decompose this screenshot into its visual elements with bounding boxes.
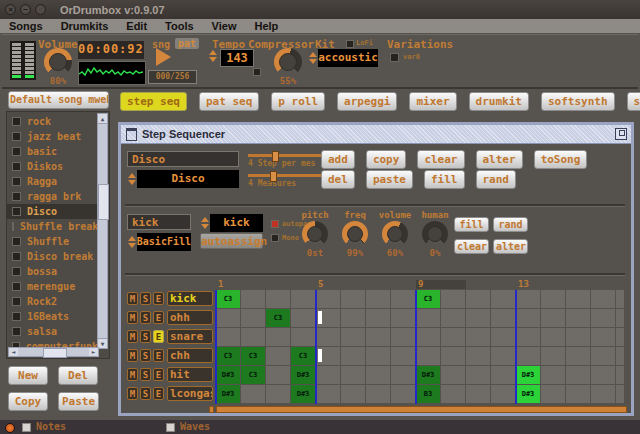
- scroll-left-icon[interactable]: ◄: [9, 348, 18, 356]
- del-button[interactable]: Del: [58, 366, 98, 385]
- pattern-item-checkbox[interactable]: [12, 222, 14, 231]
- paste-button[interactable]: Paste: [58, 392, 99, 411]
- pattern-item-checkbox[interactable]: [12, 237, 21, 246]
- grid-cell[interactable]: [266, 347, 290, 365]
- sound-combo[interactable]: kick: [200, 214, 263, 232]
- grid-cell[interactable]: [466, 385, 490, 403]
- grid-cell[interactable]: [241, 290, 265, 308]
- grid-cell[interactable]: [341, 366, 365, 384]
- play-button[interactable]: [156, 48, 171, 66]
- grid-cell[interactable]: D#3: [216, 366, 240, 384]
- grid-cell[interactable]: [291, 290, 315, 308]
- grid-cell[interactable]: [241, 385, 265, 403]
- pattern-list-item[interactable]: 16Beats: [7, 309, 98, 324]
- grid-cell[interactable]: [441, 385, 465, 403]
- grid-cell[interactable]: D#3: [416, 366, 440, 384]
- pattern-list-item[interactable]: Disco: [7, 204, 98, 219]
- grid-cell[interactable]: [416, 328, 440, 346]
- pattern-tosong-button[interactable]: toSong: [534, 150, 588, 169]
- pattern-list-item[interactable]: rock: [7, 114, 98, 129]
- grid-cell[interactable]: [541, 328, 565, 346]
- hit-m-button[interactable]: M: [127, 368, 138, 381]
- grid-cell[interactable]: [466, 366, 490, 384]
- close-button[interactable]: ×: [5, 4, 16, 15]
- kick-e-button[interactable]: E: [153, 292, 164, 305]
- grid-cell[interactable]: [366, 309, 390, 327]
- tab-softsynth[interactable]: softsynth: [541, 92, 615, 111]
- grid-cell[interactable]: [341, 309, 365, 327]
- pattern-item-checkbox[interactable]: [12, 267, 21, 276]
- grid-cell[interactable]: [566, 290, 590, 308]
- grid-cell[interactable]: [566, 328, 590, 346]
- track-name-snare[interactable]: snare: [167, 329, 213, 344]
- grid-cell[interactable]: [591, 328, 615, 346]
- grid-cell[interactable]: [516, 309, 540, 327]
- grid-cell[interactable]: [341, 347, 365, 365]
- grid-cell[interactable]: [341, 290, 365, 308]
- vscroll-thumb[interactable]: [98, 184, 109, 220]
- waves-checkbox[interactable]: [166, 423, 175, 432]
- pitch-knob[interactable]: [302, 221, 328, 247]
- pattern-list-item[interactable]: jazz beat: [7, 129, 98, 144]
- grid-cell[interactable]: [441, 347, 465, 365]
- compressor-knob[interactable]: [274, 48, 302, 76]
- pattern-list-item[interactable]: Disco break: [7, 249, 98, 264]
- pattern-combo-value[interactable]: Disco: [137, 170, 239, 188]
- pattern-copy-button[interactable]: copy: [366, 150, 407, 169]
- pattern-list-item[interactable]: salsa: [7, 324, 98, 339]
- pattern-alter-button[interactable]: alter: [476, 150, 523, 169]
- grid-cell[interactable]: [616, 385, 624, 403]
- fill-combo[interactable]: BasicFill: [127, 233, 191, 251]
- grid-cell[interactable]: D#3: [516, 385, 540, 403]
- pattern-combo[interactable]: Disco: [127, 170, 239, 188]
- chh-m-button[interactable]: M: [127, 349, 138, 362]
- grid-cell[interactable]: C3: [241, 347, 265, 365]
- track-name-kick[interactable]: kick: [167, 291, 213, 306]
- pattern-item-checkbox[interactable]: [12, 132, 21, 141]
- snare-m-button[interactable]: M: [127, 330, 138, 343]
- grid-cell[interactable]: [516, 290, 540, 308]
- grid-cell[interactable]: C3: [416, 290, 440, 308]
- grid-cell[interactable]: [466, 290, 490, 308]
- grid-cell[interactable]: [516, 328, 540, 346]
- kit-value[interactable]: accoustic: [318, 49, 378, 67]
- grid-cell[interactable]: [366, 366, 390, 384]
- pattern-item-checkbox[interactable]: [12, 147, 21, 156]
- maximize-button[interactable]: ▫: [35, 4, 46, 15]
- song-select-button[interactable]: Default song mweb: [8, 91, 109, 109]
- lofi-checkbox[interactable]: [346, 40, 354, 48]
- grid-cell[interactable]: [316, 385, 340, 403]
- grid-cell[interactable]: [391, 290, 415, 308]
- grid-cell[interactable]: [241, 328, 265, 346]
- grid-cell[interactable]: [266, 366, 290, 384]
- grid-cell[interactable]: [566, 385, 590, 403]
- grid-cell[interactable]: C3: [266, 309, 290, 327]
- grid-cell[interactable]: [391, 309, 415, 327]
- hit-e-button[interactable]: E: [153, 368, 164, 381]
- menu-drumkits[interactable]: Drumkits: [52, 20, 118, 32]
- track-fill-button[interactable]: fill: [454, 217, 489, 232]
- grid-cell[interactable]: [441, 290, 465, 308]
- pattern-item-checkbox[interactable]: [12, 297, 21, 306]
- pattern-list-vscrollbar[interactable]: ▲ ▼: [97, 113, 108, 349]
- ohh-m-button[interactable]: M: [127, 311, 138, 324]
- pattern-item-checkbox[interactable]: [12, 192, 21, 201]
- hit-s-button[interactable]: S: [140, 368, 151, 381]
- pattern-item-checkbox[interactable]: [12, 282, 21, 291]
- menu-songs[interactable]: Songs: [0, 20, 52, 32]
- tab-mixer[interactable]: mixer: [409, 92, 456, 111]
- grid-cell[interactable]: [491, 309, 515, 327]
- grid-cell[interactable]: [291, 309, 315, 327]
- track-rand-button[interactable]: rand: [493, 217, 528, 232]
- pattern-item-checkbox[interactable]: [12, 252, 21, 261]
- pattern-spinner[interactable]: [127, 170, 137, 188]
- pat-toggle[interactable]: pat: [175, 38, 199, 49]
- kick-m-button[interactable]: M: [127, 292, 138, 305]
- pattern-paste-button[interactable]: paste: [366, 170, 413, 189]
- grid-cell[interactable]: [616, 366, 624, 384]
- grid-cell[interactable]: [541, 366, 565, 384]
- grid-cell[interactable]: [216, 328, 240, 346]
- grid-cell[interactable]: [416, 347, 440, 365]
- track-name-hit[interactable]: hit: [167, 367, 213, 382]
- hscroll-thumb[interactable]: [43, 348, 67, 358]
